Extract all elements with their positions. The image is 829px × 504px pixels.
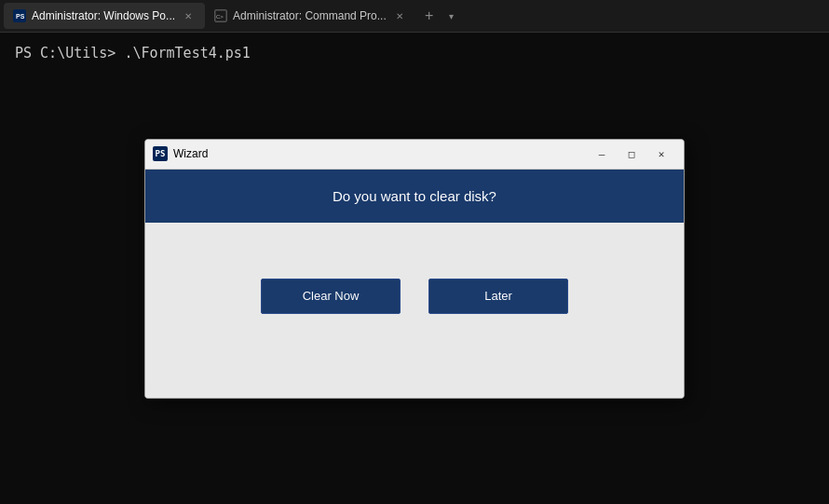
dialog-minimize-button[interactable]: — — [587, 143, 617, 165]
tab-dropdown-icon: ▾ — [449, 11, 454, 21]
dialog-maximize-button[interactable]: □ — [617, 143, 646, 165]
dialog-window-buttons: — □ ✕ — [587, 143, 676, 165]
dialog-close-button[interactable]: ✕ — [646, 143, 676, 165]
tab-powershell[interactable]: PS Administrator: Windows Po... ✕ — [4, 3, 205, 29]
svg-text:PS: PS — [16, 13, 24, 20]
dialog-footer — [145, 351, 684, 398]
dialog-overlay: PS Wizard — □ ✕ Do you want to cl — [0, 33, 829, 504]
tab-cmd-close[interactable]: ✕ — [392, 8, 407, 23]
svg-text:C>: C> — [216, 14, 224, 20]
wizard-dialog: PS Wizard — □ ✕ Do you want to cl — [144, 139, 685, 399]
tab-powershell-label: Administrator: Windows Po... — [32, 9, 175, 22]
dialog-title-icon: PS — [153, 146, 168, 161]
clear-now-button[interactable]: Clear Now — [261, 279, 401, 314]
tab-powershell-close[interactable]: ✕ — [181, 8, 196, 23]
tab-bar: PS Administrator: Windows Po... ✕ C> Adm… — [0, 0, 829, 33]
tab-add-icon: + — [425, 7, 433, 24]
dialog-header-text: Do you want to clear disk? — [333, 188, 496, 204]
dialog-body: Clear Now Later — [145, 223, 684, 351]
tab-cmd-label: Administrator: Command Pro... — [233, 9, 387, 22]
cmd-icon: C> — [214, 9, 227, 22]
tab-dropdown-button[interactable]: ▾ — [442, 3, 461, 29]
dialog-title-text: Wizard — [173, 147, 581, 160]
dialog-titlebar: PS Wizard — □ ✕ — [145, 140, 684, 170]
terminal-content: PS C:\Utils> .\FormTest4.ps1 PS Wizard —… — [0, 33, 829, 504]
dialog-header: Do you want to clear disk? — [145, 170, 684, 223]
later-button[interactable]: Later — [428, 279, 568, 314]
powershell-icon: PS — [13, 9, 26, 22]
terminal-line-1: PS C:\Utils> .\FormTest4.ps1 — [15, 44, 814, 63]
tab-cmd[interactable]: C> Administrator: Command Pro... ✕ — [205, 3, 416, 29]
tab-add-button[interactable]: + — [416, 3, 442, 29]
